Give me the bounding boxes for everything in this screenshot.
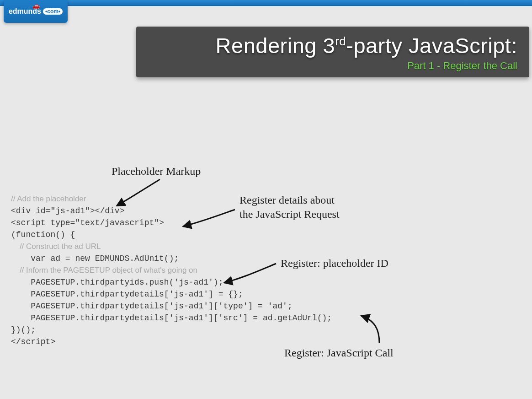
code-line-8: PAGESETUP.thirdpartydetails['js-ad1']['s…	[11, 313, 332, 323]
page-title: Rendering 3rd-party JavaScript:	[148, 33, 517, 58]
logo-tab: 🚗 edmunds •com•	[4, 0, 68, 23]
title-sup: rd	[335, 34, 346, 48]
code-comment-2: // Construct the ad URL	[11, 242, 101, 251]
title-post: -party JavaScript:	[346, 33, 517, 58]
code-line-3: (function() {	[11, 230, 75, 239]
code-line-1: <div id="js-ad1"></div>	[11, 206, 124, 216]
code-line-2: <script type="text/javascript">	[11, 218, 164, 227]
code-line-5: PAGESETUP.thirdpartyids.push('js-ad1');	[11, 278, 223, 287]
code-comment-3: // Inform the PAGESETUP object of what's…	[11, 266, 197, 275]
code-line-9: })();	[11, 325, 36, 334]
title-panel: Rendering 3rd-party JavaScript: Part 1 -…	[136, 27, 529, 77]
code-block: // Add the placeholder <div id="js-ad1">…	[11, 193, 332, 348]
code-line-10: </script>	[11, 337, 55, 346]
bubble-text: com	[47, 8, 59, 15]
code-line-6: PAGESETUP.thirdpartydetails['js-ad1'] = …	[11, 290, 243, 299]
code-line-7: PAGESETUP.thirdpartydetails['js-ad1']['t…	[11, 302, 293, 311]
page-subtitle: Part 1 - Register the Call	[148, 60, 517, 72]
annotation-register-js-call: Register: JavaScript Call	[284, 346, 394, 360]
code-line-4: var ad = new EDMUNDS.AdUnit();	[11, 254, 179, 263]
top-bar	[0, 0, 532, 6]
title-pre: Rendering 3	[216, 33, 335, 58]
brand-bubble: •com•	[43, 8, 63, 15]
code-comment-1: // Add the placeholder	[11, 194, 86, 203]
annotation-placeholder-markup: Placeholder Markup	[112, 164, 201, 178]
